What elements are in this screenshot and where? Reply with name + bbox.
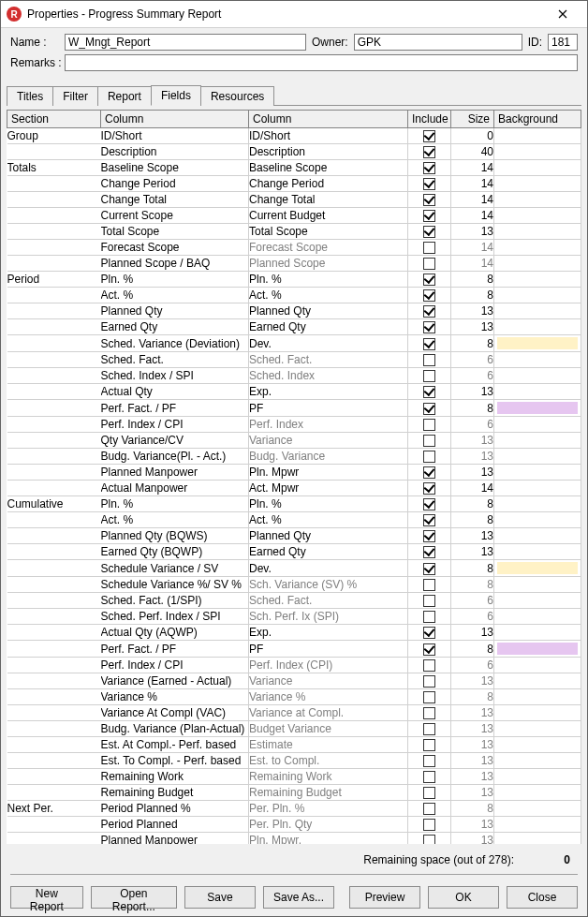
table-row[interactable]: Planned Qty (BQWS)Planned Qty13 [7, 528, 581, 544]
col-header-size[interactable]: Size [451, 111, 494, 128]
include-cell[interactable] [408, 833, 451, 845]
table-row[interactable]: Change TotalChange Total14 [7, 192, 581, 208]
close-dialog-button[interactable]: Close [507, 886, 578, 909]
background-cell[interactable] [494, 160, 581, 176]
size-cell[interactable]: 13 [451, 785, 494, 801]
background-cell[interactable] [494, 256, 581, 272]
include-checkbox[interactable] [423, 210, 435, 222]
include-checkbox[interactable] [423, 242, 435, 254]
background-cell[interactable] [494, 144, 581, 160]
background-cell[interactable] [494, 335, 581, 352]
table-row[interactable]: Est. At Compl.- Perf. basedEstimate13 [7, 737, 581, 753]
include-cell[interactable] [408, 673, 451, 689]
include-cell[interactable] [408, 272, 451, 288]
include-checkbox[interactable] [423, 419, 435, 431]
include-cell[interactable] [408, 319, 451, 335]
table-row[interactable]: Perf. Index / CPIPerf. Index (CPI)6 [7, 658, 581, 673]
column-value-cell[interactable]: Sch. Perf. Ix (SPI) [249, 609, 408, 625]
table-row[interactable]: Budg. Variance(Pl. - Act.)Budg. Variance… [7, 449, 581, 465]
column-value-cell[interactable]: Planned Scope [249, 256, 408, 272]
include-checkbox[interactable] [423, 435, 435, 447]
include-checkbox[interactable] [423, 162, 435, 174]
size-cell[interactable]: 6 [451, 609, 494, 625]
include-cell[interactable] [408, 496, 451, 512]
size-cell[interactable]: 13 [451, 224, 494, 240]
include-checkbox[interactable] [423, 611, 435, 623]
size-cell[interactable]: 13 [451, 769, 494, 785]
size-cell[interactable]: 8 [451, 512, 494, 528]
table-row[interactable]: Remaining WorkRemaining Work13 [7, 769, 581, 785]
include-cell[interactable] [408, 560, 451, 577]
column-value-cell[interactable]: Total Scope [249, 224, 408, 240]
column-value-cell[interactable]: Pln. Mpwr [249, 465, 408, 481]
table-row[interactable]: PeriodPln. %Pln. %8 [7, 272, 581, 288]
ok-button[interactable]: OK [428, 886, 499, 909]
table-row[interactable]: Perf. Fact. / PFPF8 [7, 641, 581, 658]
table-row[interactable]: Actual Qty (AQWP)Exp.13 [7, 625, 581, 641]
table-row[interactable]: CumulativePln. %Pln. %8 [7, 496, 581, 512]
background-cell[interactable] [494, 128, 581, 144]
include-cell[interactable] [408, 256, 451, 272]
size-cell[interactable]: 14 [451, 160, 494, 176]
include-checkbox[interactable] [423, 514, 435, 526]
include-cell[interactable] [408, 528, 451, 544]
table-row[interactable]: Planned Scope / BAQPlanned Scope14 [7, 256, 581, 272]
column-value-cell[interactable]: Remaining Work [249, 769, 408, 785]
col-header-include[interactable]: Include [408, 111, 451, 128]
include-checkbox[interactable] [423, 498, 435, 510]
background-cell[interactable] [494, 705, 581, 721]
include-checkbox[interactable] [423, 226, 435, 238]
include-checkbox[interactable] [423, 546, 435, 558]
column-value-cell[interactable]: Planned Qty [249, 303, 408, 319]
column-value-cell[interactable]: Exp. [249, 625, 408, 641]
include-checkbox[interactable] [423, 771, 435, 783]
include-cell[interactable] [408, 368, 451, 384]
table-row[interactable]: DescriptionDescription40 [7, 144, 581, 160]
background-cell[interactable] [494, 303, 581, 319]
column-value-cell[interactable]: Dev. [249, 335, 408, 352]
include-cell[interactable] [408, 737, 451, 753]
background-cell[interactable] [494, 465, 581, 481]
size-cell[interactable]: 13 [451, 721, 494, 737]
background-cell[interactable] [494, 400, 581, 417]
size-cell[interactable]: 6 [451, 352, 494, 368]
table-row[interactable]: Change PeriodChange Period14 [7, 176, 581, 192]
size-cell[interactable]: 6 [451, 658, 494, 673]
size-cell[interactable]: 14 [451, 192, 494, 208]
table-row[interactable]: Budg. Variance (Plan-Actual)Budget Varia… [7, 721, 581, 737]
include-checkbox[interactable] [423, 579, 435, 591]
column-value-cell[interactable]: Pln. Mpwr. [249, 833, 408, 845]
table-row[interactable]: Remaining BudgetRemaining Budget13 [7, 785, 581, 801]
column-value-cell[interactable]: Pln. % [249, 496, 408, 512]
table-row[interactable]: Forecast ScopeForecast Scope14 [7, 240, 581, 256]
background-cell[interactable] [494, 641, 581, 658]
include-cell[interactable] [408, 817, 451, 833]
table-row[interactable]: Perf. Index / CPIPerf. Index6 [7, 417, 581, 433]
background-cell[interactable] [494, 224, 581, 240]
include-cell[interactable] [408, 801, 451, 817]
column-value-cell[interactable]: Sched. Index [249, 368, 408, 384]
column-value-cell[interactable]: Act. % [249, 288, 408, 303]
include-checkbox[interactable] [423, 707, 435, 719]
include-checkbox[interactable] [423, 403, 435, 415]
size-cell[interactable]: 13 [451, 465, 494, 481]
col-header-background[interactable]: Background [494, 111, 581, 128]
include-cell[interactable] [408, 352, 451, 368]
include-cell[interactable] [408, 335, 451, 352]
table-row[interactable]: Variance At Compl (VAC)Variance at Compl… [7, 705, 581, 721]
column-value-cell[interactable]: Baseline Scope [249, 160, 408, 176]
column-value-cell[interactable]: PF [249, 641, 408, 658]
include-checkbox[interactable] [423, 305, 435, 318]
background-cell[interactable] [494, 176, 581, 192]
open-report-button[interactable]: Open Report... [91, 886, 177, 909]
include-checkbox[interactable] [423, 338, 435, 350]
column-value-cell[interactable]: Sched. Fact. [249, 352, 408, 368]
column-value-cell[interactable]: Remaining Budget [249, 785, 408, 801]
include-cell[interactable] [408, 417, 451, 433]
background-cell[interactable] [494, 512, 581, 528]
size-cell[interactable]: 8 [451, 560, 494, 577]
include-cell[interactable] [408, 705, 451, 721]
size-cell[interactable]: 14 [451, 240, 494, 256]
background-cell[interactable] [494, 801, 581, 817]
size-cell[interactable]: 13 [451, 544, 494, 560]
